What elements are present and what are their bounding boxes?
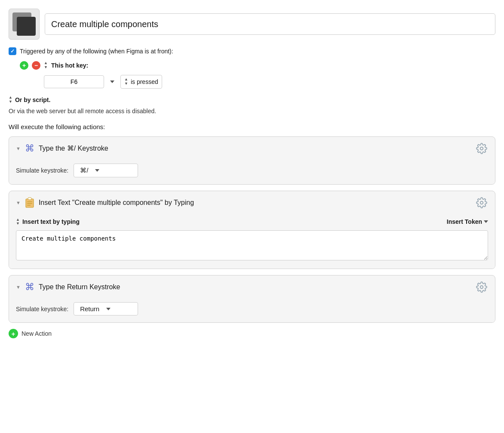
or-script-label: Or by script.: [15, 96, 50, 103]
simulate-label-3: Simulate keystroke:: [16, 306, 68, 312]
keystroke-dropdown-3[interactable]: Return: [74, 302, 138, 315]
hotkey-row: ▲▼ is pressed: [44, 75, 495, 89]
action-1-header: ▼ ⌘ Type the ⌘/ Keystroke: [9, 137, 495, 160]
insert-token-button[interactable]: Insert Token: [447, 218, 488, 225]
or-script-row: ▲▼ Or by script.: [9, 96, 495, 104]
collapse-arrow-3[interactable]: ▼: [16, 285, 21, 290]
trigger-checkbox[interactable]: [9, 47, 16, 55]
is-pressed-label: is pressed: [131, 78, 158, 85]
keystroke-value-1: ⌘/: [80, 167, 88, 174]
action-2-body: ▲▼ Insert text by typing Insert Token Cr…: [9, 214, 495, 269]
action-block-3: ▼ ⌘ Type the Return Keystroke Simulate k…: [9, 275, 495, 323]
action-1-title: Type the ⌘/ Keystroke: [39, 144, 471, 152]
keystroke-chevron-1: [95, 169, 99, 172]
chevron-down-icon: [110, 80, 114, 83]
gear-button-2[interactable]: [475, 196, 488, 209]
action-block-2: ▼ Insert Text "Create multiple component…: [9, 191, 495, 269]
paste-icon-2: [25, 197, 34, 208]
new-action-row[interactable]: New Action: [9, 329, 495, 338]
macro-icon-front: [17, 17, 36, 36]
action-3-body: Simulate keystroke: Return: [9, 299, 495, 322]
trigger-label: Triggered by any of the following (when …: [20, 48, 173, 55]
hotkey-type-dropdown[interactable]: [108, 79, 116, 85]
hotkey-header: ▲▼ This hot key:: [20, 61, 495, 70]
action-2-title: Insert Text "Create multiple components"…: [39, 199, 471, 207]
simulate-label-1: Simulate keystroke:: [16, 167, 68, 174]
simulate-row-3: Simulate keystroke: Return: [16, 302, 488, 315]
insert-token-label: Insert Token: [447, 218, 482, 225]
action-block-1: ▼ ⌘ Type the ⌘/ Keystroke Simulate keyst…: [9, 136, 495, 185]
svg-point-6: [480, 201, 483, 204]
collapse-arrow-2[interactable]: ▼: [16, 200, 21, 205]
keystroke-value-3: Return: [80, 305, 99, 312]
keystroke-dropdown-1[interactable]: ⌘/: [74, 164, 138, 177]
insert-header-row: ▲▼ Insert text by typing Insert Token: [16, 218, 488, 226]
trigger-row: Triggered by any of the following (when …: [9, 47, 495, 55]
or-script-arrows[interactable]: ▲▼: [9, 96, 12, 104]
gear-button-1[interactable]: [475, 142, 488, 155]
insert-arrows[interactable]: ▲▼: [16, 218, 20, 226]
insert-token-chevron: [484, 220, 488, 223]
macro-title-input[interactable]: [45, 13, 495, 35]
is-pressed-arrows: ▲▼: [124, 77, 128, 86]
svg-rect-3: [27, 201, 32, 202]
is-pressed-selector[interactable]: ▲▼ is pressed: [120, 75, 162, 89]
action-3-header: ▼ ⌘ Type the Return Keystroke: [9, 275, 495, 299]
hotkey-order-arrows[interactable]: ▲▼: [44, 61, 48, 70]
add-hotkey-button[interactable]: [20, 61, 28, 70]
svg-rect-2: [28, 198, 31, 200]
collapse-arrow-1[interactable]: ▼: [16, 146, 21, 151]
svg-rect-4: [27, 203, 32, 204]
gear-button-3[interactable]: [475, 281, 488, 294]
cmd-icon-3: ⌘: [25, 281, 34, 293]
remove-hotkey-button[interactable]: [32, 61, 40, 70]
simulate-row-1: Simulate keystroke: ⌘/: [16, 164, 488, 177]
action-1-body: Simulate keystroke: ⌘/: [9, 160, 495, 184]
hotkey-input[interactable]: [44, 75, 104, 88]
insert-text-textarea[interactable]: Create multiple components: [16, 230, 488, 260]
insert-typing-label: Insert text by typing: [22, 218, 80, 225]
cmd-icon-1: ⌘: [25, 143, 34, 154]
hotkey-section-label: This hot key:: [51, 62, 88, 69]
new-action-label: New Action: [22, 330, 52, 337]
keystroke-chevron-3: [106, 308, 111, 310]
header: [9, 9, 495, 40]
web-server-text: Or via the web server but all remote acc…: [9, 108, 495, 114]
macro-icon: [9, 9, 40, 40]
svg-point-7: [480, 286, 483, 289]
action-2-header: ▼ Insert Text "Create multiple component…: [9, 191, 495, 214]
new-action-icon: [9, 329, 18, 338]
execute-label: Will execute the following actions:: [9, 123, 495, 130]
hotkey-section: ▲▼ This hot key: ▲▼ is pressed: [20, 61, 495, 89]
svg-rect-5: [27, 205, 31, 206]
svg-point-0: [480, 147, 483, 150]
action-3-title: Type the Return Keystroke: [39, 283, 471, 291]
